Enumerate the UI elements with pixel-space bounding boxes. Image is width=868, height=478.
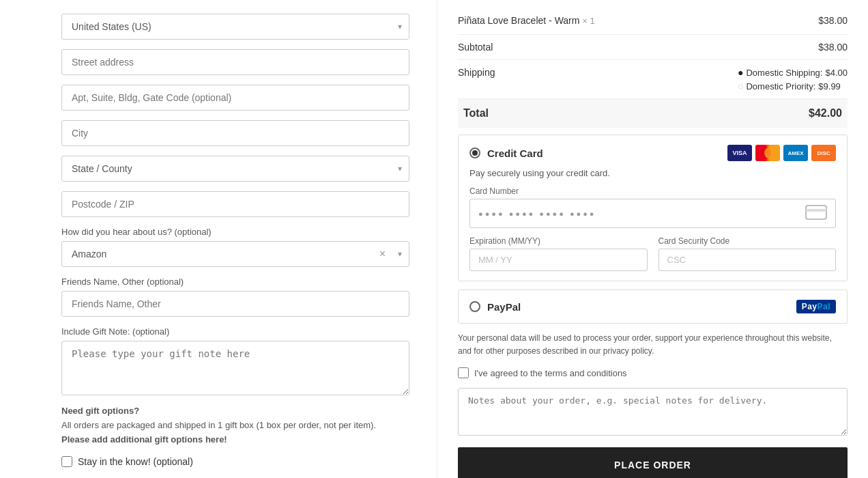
gift-note-field: Include Gift Note: (optional) [61, 326, 409, 397]
postcode-field [61, 191, 409, 217]
country-field: United States (US) ▾ [61, 14, 409, 40]
subtotal-value: $38.00 [818, 42, 848, 53]
terms-checkbox[interactable] [458, 367, 469, 378]
gift-info-bold: Please add additional gift options here! [61, 434, 227, 445]
product-price: $38.00 [818, 15, 848, 26]
total-row: Total $42.00 [458, 99, 848, 128]
how-hear-field: How did you hear about us? (optional) Am… [61, 227, 409, 267]
mastercard-icon [755, 145, 780, 161]
cc-secure-text: Pay securely using your credit card. [469, 168, 836, 178]
cc-form: Pay securely using your credit card. Car… [469, 168, 836, 271]
svg-rect-2 [806, 206, 826, 219]
shipping-domestic-label: Domestic Shipping: [746, 68, 822, 78]
expiry-field: Expiration (MM/YY) MM / YY [469, 236, 648, 271]
terms-label: I've agreed to the terms and conditions [474, 368, 627, 378]
terms-row: I've agreed to the terms and conditions [458, 367, 848, 378]
card-number-row: ●●●● ●●●● ●●●● ●●●● [469, 199, 836, 228]
postcode-input[interactable] [61, 191, 409, 217]
state-select[interactable]: State / County [62, 156, 391, 181]
card-number-label: Card Number [469, 186, 836, 196]
expiry-label: Expiration (MM/YY) [469, 236, 648, 246]
amex-icon: AMEX [783, 145, 808, 161]
left-column: United States (US) ▾ State / County ▾ [0, 0, 437, 478]
product-row: Piñata Love Bracelet - Warm × 1 $38.00 [458, 7, 848, 35]
paypal-option: PayPal PayPal [458, 290, 848, 324]
csc-field: Card Security Code CSC [659, 236, 837, 271]
svg-rect-3 [806, 209, 826, 212]
apt-input[interactable] [61, 85, 409, 111]
how-hear-select-wrapper: Amazon × ▾ [61, 241, 409, 267]
credit-card-label: Credit Card [487, 147, 721, 159]
product-name: Piñata Love Bracelet - Warm × 1 [458, 15, 595, 26]
card-number-dots: ●●●● ●●●● ●●●● ●●●● [478, 210, 805, 218]
place-order-button[interactable]: PLACE ORDER [458, 447, 848, 478]
cc-row-two: Expiration (MM/YY) MM / YY Card Security… [469, 236, 836, 271]
expiry-placeholder[interactable]: MM / YY [469, 249, 648, 271]
shipping-options: ● Domestic Shipping: $4.00 ○ Domestic Pr… [738, 67, 848, 92]
right-column: Piñata Love Bracelet - Warm × 1 $38.00 S… [437, 0, 868, 478]
paypal-label: PayPal [487, 301, 521, 313]
stay-in-know-checkbox[interactable] [61, 456, 72, 467]
shipping-priority: ○ Domestic Priority: $9.99 [738, 81, 848, 92]
payment-section: Credit Card VISA AMEX DISC [458, 135, 848, 324]
csc-label: Card Security Code [659, 236, 837, 246]
paypal-logo: PayPal [796, 300, 836, 313]
city-input[interactable] [61, 120, 409, 146]
stay-in-know-label: Stay in the know! (optional) [78, 456, 193, 467]
country-select-wrapper: United States (US) ▾ [61, 14, 409, 40]
how-hear-label: How did you hear about us? (optional) [61, 227, 409, 237]
subtotal-label: Subtotal [458, 42, 493, 53]
shipping-domestic-price: $4.00 [825, 68, 848, 78]
country-dropdown-icon: ▾ [391, 22, 409, 31]
subtotal-row: Subtotal $38.00 [458, 35, 848, 60]
order-notes-textarea[interactable] [458, 388, 848, 436]
csc-placeholder[interactable]: CSC [659, 249, 837, 271]
street-input[interactable] [61, 49, 409, 75]
state-field: State / County ▾ [61, 156, 409, 182]
state-select-wrapper: State / County ▾ [61, 156, 409, 182]
paypal-left: PayPal [469, 301, 521, 313]
visa-icon: VISA [727, 145, 752, 161]
product-qty: × 1 [582, 16, 594, 26]
credit-card-radio[interactable] [469, 147, 480, 158]
credit-card-option: Credit Card VISA AMEX DISC [458, 135, 848, 281]
credit-card-header: Credit Card VISA AMEX DISC [469, 145, 836, 161]
cc-card-graphic-icon [805, 205, 827, 222]
privacy-text: Your personal data will be used to proce… [458, 332, 848, 358]
shipping-row: Shipping ● Domestic Shipping: $4.00 ○ Do… [458, 60, 848, 99]
shipping-domestic: ● Domestic Shipping: $4.00 [738, 67, 848, 78]
total-label: Total [463, 107, 489, 120]
friends-label: Friends Name, Other (optional) [61, 277, 409, 287]
stay-in-know-row: Stay in the know! (optional) [61, 456, 409, 467]
country-select[interactable]: United States (US) [62, 14, 391, 39]
paypal-radio[interactable] [469, 301, 480, 312]
apt-field [61, 85, 409, 111]
gift-note-label: Include Gift Note: (optional) [61, 326, 409, 337]
discover-icon: DISC [811, 145, 836, 161]
total-value: $42.00 [809, 107, 842, 120]
shipping-priority-price: $9.99 [818, 81, 841, 92]
how-hear-dropdown-icon: ▾ [391, 249, 409, 259]
shipping-label: Shipping [458, 67, 495, 92]
friends-input[interactable] [61, 291, 409, 317]
friends-field: Friends Name, Other (optional) [61, 277, 409, 317]
city-field [61, 120, 409, 146]
card-icons: VISA AMEX DISC [727, 145, 836, 161]
gift-info-line2: All orders are packaged and shipped in 1… [61, 420, 376, 430]
gift-info-line1: Need gift options? [61, 406, 139, 416]
how-hear-clear-icon[interactable]: × [374, 248, 391, 260]
shipping-priority-label: Domestic Priority: [746, 81, 815, 92]
state-dropdown-icon: ▾ [391, 164, 409, 173]
gift-note-textarea[interactable] [61, 341, 409, 395]
how-hear-select[interactable]: Amazon [62, 242, 374, 266]
gift-info: Need gift options? All orders are packag… [61, 404, 409, 447]
street-field [61, 49, 409, 75]
svg-point-1 [764, 147, 777, 159]
